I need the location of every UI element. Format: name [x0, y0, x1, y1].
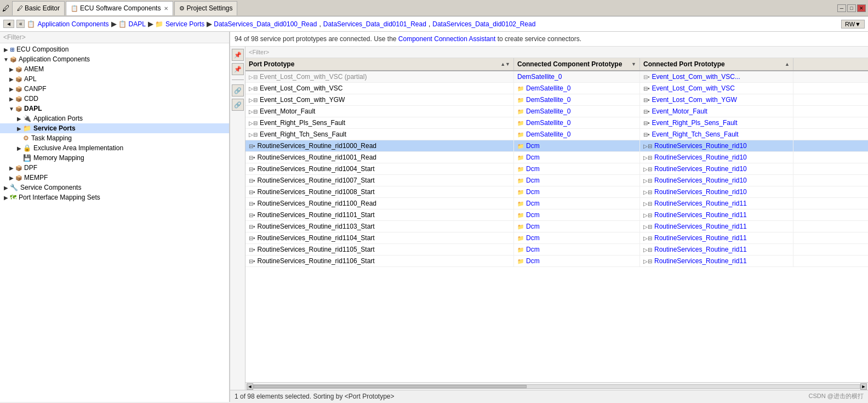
- breadcrumb-did0100[interactable]: DataServices_Data_did0100_Read: [214, 20, 317, 28]
- tab-ecu-software[interactable]: 📋 ECU Software Components ✕: [66, 1, 173, 15]
- component-connection-link[interactable]: Component Connection Assistant: [398, 35, 495, 43]
- row10-conn-link[interactable]: RoutineServices_Routine_rid10: [654, 188, 747, 196]
- minimize-button[interactable]: ─: [837, 4, 846, 12]
- row1-conn-link[interactable]: Event_Lost_Com_with_VSC: [652, 84, 735, 92]
- tree-item-apl[interactable]: ▶ 📦 APL: [0, 74, 229, 84]
- side-btn-link2[interactable]: 🔗: [232, 99, 244, 111]
- row0-conn-link[interactable]: Event_Lost_Com_with_VSC...: [652, 73, 740, 81]
- nav-forward-button[interactable]: «: [16, 20, 25, 28]
- tree-item-task-mapping[interactable]: ⚙ Task Mapping: [0, 133, 229, 143]
- row2-comp-link[interactable]: DemSatellite_0: [526, 96, 570, 104]
- table-row[interactable]: ▷⊟ Event_Right_Pls_Sens_Fault 📁 DemSatel…: [245, 117, 868, 129]
- tab-basic-editor[interactable]: 🖊 Basic Editor: [12, 1, 65, 15]
- breadcrumb-bar: ◄ « 📋 Application Components ▶ 📋 DAPL ▶ …: [0, 16, 868, 32]
- side-btn-pin[interactable]: 📌: [232, 49, 244, 61]
- row11-conn-icon: ▷⊟: [643, 201, 652, 207]
- table-row[interactable]: ⊟• RoutineServices_Routine_rid1103_Start…: [245, 221, 868, 232]
- tree-item-dapl[interactable]: ▼ 📦 DAPL: [0, 104, 229, 113]
- tree-item-memory-mapping[interactable]: 💾 Memory Mapping: [0, 153, 229, 163]
- tree-item-svc-components[interactable]: ▶ 🔧 Service Components: [0, 183, 229, 192]
- side-btn-link1[interactable]: 🔗: [232, 84, 244, 97]
- table-row[interactable]: ⊟• RoutineServices_Routine_rid1104_Start…: [245, 232, 868, 244]
- tab-close-ecu[interactable]: ✕: [164, 5, 168, 12]
- table-row[interactable]: ▷⊟ Event_Lost_Com_with_VSC (partial) Dem…: [245, 71, 868, 83]
- side-btn-unpin[interactable]: 📌: [232, 63, 244, 75]
- table-row[interactable]: ⊟• RoutineServices_Routine_rid1001_Read …: [245, 152, 868, 163]
- th-connected-port[interactable]: Connected Port Prototype ▲: [640, 58, 793, 70]
- h-scroll-left[interactable]: ◄: [247, 383, 253, 390]
- tree-item-service-ports[interactable]: ▶ 📁 Service Ports: [0, 123, 229, 133]
- row5-conn-link[interactable]: Event_Right_Tch_Sens_Fault: [652, 130, 739, 138]
- breadcrumb-service-ports[interactable]: Service Ports: [165, 20, 204, 28]
- tree-item-port-iface[interactable]: ▶ 🗺 Port Interface Mapping Sets: [0, 192, 229, 202]
- tree-item-exclusive-area[interactable]: ▶ 🔒 Exclusive Area Implementation: [0, 143, 229, 153]
- th-comp-prototype[interactable]: Connected Component Prototype ▼: [514, 58, 640, 70]
- table-row[interactable]: ⊟• RoutineServices_Routine_rid1105_Start…: [245, 244, 868, 256]
- nav-back-button[interactable]: ◄: [3, 20, 14, 28]
- tree-item-cdd[interactable]: ▶ 📦 CDD: [0, 94, 229, 104]
- row4-conn-link[interactable]: Event_Right_Pls_Sens_Fault: [652, 119, 738, 127]
- table-row[interactable]: ⊟• RoutineServices_Routine_rid1000_Read …: [245, 140, 868, 152]
- table-row[interactable]: ⊟• RoutineServices_Routine_rid1004_Start…: [245, 163, 868, 175]
- row7-conn-link[interactable]: RoutineServices_Routine_rid10: [654, 154, 747, 161]
- tab-project-settings[interactable]: ⚙ Project Settings: [174, 1, 237, 15]
- row8-conn-link[interactable]: RoutineServices_Routine_rid10: [654, 165, 747, 173]
- row3-conn-link[interactable]: Event_Motor_Fault: [652, 107, 707, 115]
- row10-comp-link[interactable]: Dcm: [526, 188, 540, 196]
- row5-comp-link[interactable]: DemSatellite_0: [526, 130, 570, 138]
- horizontal-scrollbar[interactable]: ◄ ►: [245, 382, 868, 390]
- tree-item-canpf[interactable]: ▶ 📦 CANPF: [0, 84, 229, 94]
- breadcrumb-app-components[interactable]: Application Components: [37, 20, 108, 28]
- maximize-button[interactable]: □: [847, 4, 856, 12]
- table-row[interactable]: ▷⊟ Event_Motor_Fault 📁 DemSatellite_0 ⊟•…: [245, 106, 868, 117]
- row16-conn-link[interactable]: RoutineServices_Routine_rid11: [654, 257, 747, 265]
- row7-comp-link[interactable]: Dcm: [526, 154, 540, 161]
- h-scroll-track[interactable]: [253, 384, 860, 389]
- row12-conn-link[interactable]: RoutineServices_Routine_rid11: [654, 211, 747, 219]
- h-scroll-thumb[interactable]: [254, 385, 527, 388]
- row15-conn-link[interactable]: RoutineServices_Routine_rid11: [654, 246, 747, 253]
- row15-comp-link[interactable]: Dcm: [526, 246, 540, 253]
- table-row[interactable]: ⊟• RoutineServices_Routine_rid1101_Start…: [245, 209, 868, 221]
- h-scroll-right[interactable]: ►: [860, 383, 867, 390]
- row0-comp-link[interactable]: DemSatellite_0: [517, 73, 562, 81]
- table-row[interactable]: ▷⊟ Event_Lost_Com_with_YGW 📁 DemSatellit…: [245, 94, 868, 106]
- row6-conn-link[interactable]: RoutineServices_Routine_rid10: [654, 142, 747, 150]
- breadcrumb-dapl[interactable]: DAPL: [129, 20, 146, 28]
- row16-comp-link[interactable]: Dcm: [526, 257, 540, 265]
- row13-comp-link[interactable]: Dcm: [526, 223, 540, 230]
- tree-item-dpf[interactable]: ▶ 📦 DPF: [0, 163, 229, 173]
- row4-comp-link[interactable]: DemSatellite_0: [526, 119, 570, 127]
- tree-item-app-components[interactable]: ▼ 📦 Application Components: [0, 54, 229, 64]
- row14-conn-link[interactable]: RoutineServices_Routine_rid11: [654, 234, 747, 242]
- tree-item-ecu-composition[interactable]: ▶ ⊞ ECU Composition: [0, 44, 229, 54]
- close-button[interactable]: ✕: [857, 4, 866, 12]
- table-scroll[interactable]: ▷⊟ Event_Lost_Com_with_VSC (partial) Dem…: [245, 71, 868, 382]
- table-row[interactable]: ▷⊟ Event_Right_Tch_Sens_Fault 📁 DemSatel…: [245, 129, 868, 140]
- row14-comp-link[interactable]: Dcm: [526, 234, 540, 242]
- row9-comp-link[interactable]: Dcm: [526, 177, 540, 184]
- table-row[interactable]: ▷⊟ Event_Lost_Com_with_VSC 📁 DemSatellit…: [245, 83, 868, 94]
- table-row[interactable]: ⊟• RoutineServices_Routine_rid1100_Read …: [245, 198, 868, 209]
- breadcrumb-did0102[interactable]: DataServices_Data_did0102_Read: [432, 20, 535, 28]
- row11-comp-link[interactable]: Dcm: [526, 200, 540, 207]
- row13-conn-link[interactable]: RoutineServices_Routine_rid11: [654, 223, 747, 230]
- row9-conn-link[interactable]: RoutineServices_Routine_rid10: [654, 177, 747, 184]
- table-row[interactable]: ⊟• RoutineServices_Routine_rid1106_Start…: [245, 256, 868, 267]
- row11-conn-link[interactable]: RoutineServices_Routine_rid11: [654, 200, 747, 207]
- row3-comp-link[interactable]: DemSatellite_0: [526, 107, 570, 115]
- tree-item-amem[interactable]: ▶ 📦 AMEM: [0, 64, 229, 74]
- row1-comp-link[interactable]: DemSatellite_0: [526, 84, 570, 92]
- rw-dropdown[interactable]: RW▼: [841, 20, 865, 29]
- row6-comp-link[interactable]: Dcm: [526, 142, 540, 150]
- tree-item-app-ports[interactable]: ▶ 🔌 Application Ports: [0, 113, 229, 123]
- th-port-prototype[interactable]: Port Prototype ▲▼: [245, 58, 514, 70]
- table-row[interactable]: ⊟• RoutineServices_Routine_rid1008_Start…: [245, 186, 868, 198]
- row8-comp-link[interactable]: Dcm: [526, 165, 540, 173]
- tree-item-mempf[interactable]: ▶ 📦 MEMPF: [0, 173, 229, 183]
- td-port-13: ⊟• RoutineServices_Routine_rid1103_Start: [245, 221, 514, 232]
- breadcrumb-did0101[interactable]: DataServices_Data_did0101_Read: [323, 20, 426, 28]
- row2-conn-link[interactable]: Event_Lost_Com_with_YGW: [652, 96, 737, 104]
- table-row[interactable]: ⊟• RoutineServices_Routine_rid1007_Start…: [245, 175, 868, 186]
- row12-comp-link[interactable]: Dcm: [526, 211, 540, 219]
